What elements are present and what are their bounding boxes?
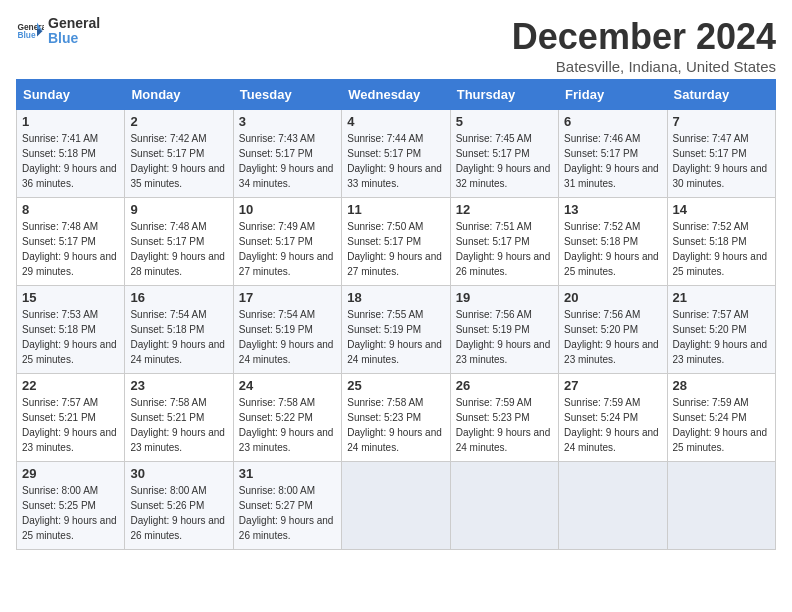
- sunrise-text: Sunrise: 7:54 AM: [239, 309, 315, 320]
- header-row: Sunday Monday Tuesday Wednesday Thursday…: [17, 80, 776, 110]
- sunset-text: Sunset: 5:17 PM: [564, 148, 638, 159]
- calendar-week-0: 1 Sunrise: 7:41 AM Sunset: 5:18 PM Dayli…: [17, 110, 776, 198]
- day-number: 29: [22, 466, 119, 481]
- daylight-text: Daylight: 9 hours and 26 minutes.: [456, 251, 551, 277]
- daylight-text: Daylight: 9 hours and 34 minutes.: [239, 163, 334, 189]
- sunset-text: Sunset: 5:17 PM: [22, 236, 96, 247]
- calendar-cell: 6 Sunrise: 7:46 AM Sunset: 5:17 PM Dayli…: [559, 110, 667, 198]
- calendar-cell: 12 Sunrise: 7:51 AM Sunset: 5:17 PM Dayl…: [450, 198, 558, 286]
- sunset-text: Sunset: 5:17 PM: [673, 148, 747, 159]
- day-number: 11: [347, 202, 444, 217]
- sunset-text: Sunset: 5:24 PM: [673, 412, 747, 423]
- sunrise-text: Sunrise: 7:48 AM: [130, 221, 206, 232]
- day-info: Sunrise: 7:51 AM Sunset: 5:17 PM Dayligh…: [456, 219, 553, 279]
- day-number: 24: [239, 378, 336, 393]
- sunset-text: Sunset: 5:18 PM: [130, 324, 204, 335]
- sunrise-text: Sunrise: 7:57 AM: [673, 309, 749, 320]
- sunrise-text: Sunrise: 7:44 AM: [347, 133, 423, 144]
- sunset-text: Sunset: 5:25 PM: [22, 500, 96, 511]
- calendar-week-2: 15 Sunrise: 7:53 AM Sunset: 5:18 PM Dayl…: [17, 286, 776, 374]
- sunrise-text: Sunrise: 8:00 AM: [239, 485, 315, 496]
- sunrise-text: Sunrise: 7:56 AM: [456, 309, 532, 320]
- day-number: 31: [239, 466, 336, 481]
- day-info: Sunrise: 7:41 AM Sunset: 5:18 PM Dayligh…: [22, 131, 119, 191]
- sunset-text: Sunset: 5:19 PM: [456, 324, 530, 335]
- sunrise-text: Sunrise: 7:58 AM: [239, 397, 315, 408]
- sunset-text: Sunset: 5:27 PM: [239, 500, 313, 511]
- sunrise-text: Sunrise: 7:58 AM: [130, 397, 206, 408]
- sunset-text: Sunset: 5:23 PM: [456, 412, 530, 423]
- logo-icon: General Blue: [16, 17, 44, 45]
- calendar-cell: 19 Sunrise: 7:56 AM Sunset: 5:19 PM Dayl…: [450, 286, 558, 374]
- day-info: Sunrise: 7:58 AM Sunset: 5:23 PM Dayligh…: [347, 395, 444, 455]
- sunset-text: Sunset: 5:17 PM: [347, 148, 421, 159]
- sunrise-text: Sunrise: 7:52 AM: [673, 221, 749, 232]
- sunset-text: Sunset: 5:17 PM: [130, 148, 204, 159]
- daylight-text: Daylight: 9 hours and 24 minutes.: [564, 427, 659, 453]
- day-info: Sunrise: 7:56 AM Sunset: 5:20 PM Dayligh…: [564, 307, 661, 367]
- header: General Blue General Blue December 2024 …: [16, 16, 776, 75]
- sunset-text: Sunset: 5:20 PM: [564, 324, 638, 335]
- day-info: Sunrise: 7:55 AM Sunset: 5:19 PM Dayligh…: [347, 307, 444, 367]
- day-number: 2: [130, 114, 227, 129]
- daylight-text: Daylight: 9 hours and 25 minutes.: [22, 515, 117, 541]
- sunrise-text: Sunrise: 7:51 AM: [456, 221, 532, 232]
- calendar-cell: 22 Sunrise: 7:57 AM Sunset: 5:21 PM Dayl…: [17, 374, 125, 462]
- col-friday: Friday: [559, 80, 667, 110]
- day-info: Sunrise: 7:54 AM Sunset: 5:18 PM Dayligh…: [130, 307, 227, 367]
- daylight-text: Daylight: 9 hours and 26 minutes.: [130, 515, 225, 541]
- calendar-cell: 18 Sunrise: 7:55 AM Sunset: 5:19 PM Dayl…: [342, 286, 450, 374]
- day-number: 7: [673, 114, 770, 129]
- day-number: 13: [564, 202, 661, 217]
- calendar-cell: [667, 462, 775, 550]
- daylight-text: Daylight: 9 hours and 25 minutes.: [22, 339, 117, 365]
- sunrise-text: Sunrise: 7:57 AM: [22, 397, 98, 408]
- sunset-text: Sunset: 5:26 PM: [130, 500, 204, 511]
- sunrise-text: Sunrise: 7:50 AM: [347, 221, 423, 232]
- calendar-cell: [450, 462, 558, 550]
- daylight-text: Daylight: 9 hours and 35 minutes.: [130, 163, 225, 189]
- daylight-text: Daylight: 9 hours and 24 minutes.: [347, 339, 442, 365]
- daylight-text: Daylight: 9 hours and 25 minutes.: [673, 251, 768, 277]
- day-info: Sunrise: 7:59 AM Sunset: 5:24 PM Dayligh…: [564, 395, 661, 455]
- calendar-cell: 20 Sunrise: 7:56 AM Sunset: 5:20 PM Dayl…: [559, 286, 667, 374]
- day-info: Sunrise: 7:58 AM Sunset: 5:21 PM Dayligh…: [130, 395, 227, 455]
- day-number: 27: [564, 378, 661, 393]
- day-info: Sunrise: 7:47 AM Sunset: 5:17 PM Dayligh…: [673, 131, 770, 191]
- logo-general: General: [48, 16, 100, 31]
- day-info: Sunrise: 8:00 AM Sunset: 5:25 PM Dayligh…: [22, 483, 119, 543]
- daylight-text: Daylight: 9 hours and 25 minutes.: [673, 427, 768, 453]
- day-number: 20: [564, 290, 661, 305]
- sunset-text: Sunset: 5:21 PM: [130, 412, 204, 423]
- sunset-text: Sunset: 5:17 PM: [130, 236, 204, 247]
- logo-blue: Blue: [48, 31, 100, 46]
- col-sunday: Sunday: [17, 80, 125, 110]
- day-number: 3: [239, 114, 336, 129]
- calendar-table: Sunday Monday Tuesday Wednesday Thursday…: [16, 79, 776, 550]
- calendar-cell: 28 Sunrise: 7:59 AM Sunset: 5:24 PM Dayl…: [667, 374, 775, 462]
- calendar-cell: 3 Sunrise: 7:43 AM Sunset: 5:17 PM Dayli…: [233, 110, 341, 198]
- sunset-text: Sunset: 5:18 PM: [564, 236, 638, 247]
- day-info: Sunrise: 7:44 AM Sunset: 5:17 PM Dayligh…: [347, 131, 444, 191]
- day-number: 6: [564, 114, 661, 129]
- day-info: Sunrise: 8:00 AM Sunset: 5:27 PM Dayligh…: [239, 483, 336, 543]
- sunset-text: Sunset: 5:21 PM: [22, 412, 96, 423]
- sunset-text: Sunset: 5:17 PM: [456, 236, 530, 247]
- day-number: 8: [22, 202, 119, 217]
- calendar-cell: 30 Sunrise: 8:00 AM Sunset: 5:26 PM Dayl…: [125, 462, 233, 550]
- sunrise-text: Sunrise: 7:48 AM: [22, 221, 98, 232]
- sunset-text: Sunset: 5:18 PM: [673, 236, 747, 247]
- daylight-text: Daylight: 9 hours and 24 minutes.: [239, 339, 334, 365]
- sunrise-text: Sunrise: 7:54 AM: [130, 309, 206, 320]
- day-info: Sunrise: 7:54 AM Sunset: 5:19 PM Dayligh…: [239, 307, 336, 367]
- day-info: Sunrise: 7:57 AM Sunset: 5:21 PM Dayligh…: [22, 395, 119, 455]
- day-number: 4: [347, 114, 444, 129]
- daylight-text: Daylight: 9 hours and 26 minutes.: [239, 515, 334, 541]
- day-info: Sunrise: 7:59 AM Sunset: 5:24 PM Dayligh…: [673, 395, 770, 455]
- sunrise-text: Sunrise: 7:55 AM: [347, 309, 423, 320]
- daylight-text: Daylight: 9 hours and 27 minutes.: [239, 251, 334, 277]
- day-info: Sunrise: 7:48 AM Sunset: 5:17 PM Dayligh…: [130, 219, 227, 279]
- calendar-cell: 10 Sunrise: 7:49 AM Sunset: 5:17 PM Dayl…: [233, 198, 341, 286]
- calendar-cell: 9 Sunrise: 7:48 AM Sunset: 5:17 PM Dayli…: [125, 198, 233, 286]
- sunset-text: Sunset: 5:17 PM: [239, 148, 313, 159]
